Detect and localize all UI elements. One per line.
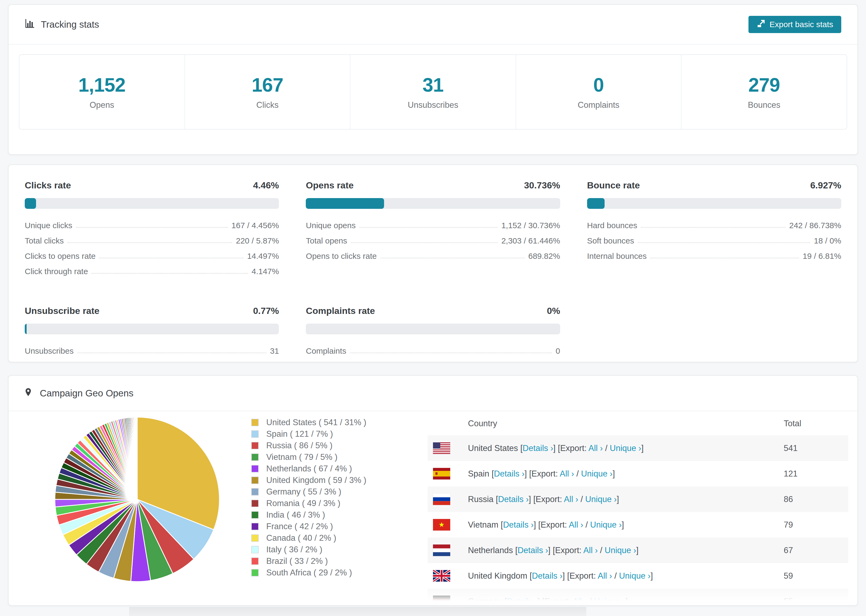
stat-label: Unsubscribes [408,100,458,110]
export-label: Export: [560,443,587,453]
legend-color-swatch [251,534,259,542]
rate-detail-row: Internal bounces 19 / 6.81% [587,245,841,261]
geo-table-row: United Kingdom [Details ›] [Export: All … [428,563,848,589]
rate-detail-rows: Hard bounces 242 / 86.738% Soft bounces … [587,215,841,261]
export-unique-link[interactable]: Unique › [610,443,641,453]
detail-label: Internal bounces [587,251,647,261]
country-cell: Germany [Details ›] [Export: All › / Uni… [468,597,784,606]
rate-progress-fill [587,198,605,209]
country-name: Germany [468,597,502,606]
country-flag-icon [433,442,468,454]
geo-opens-table: Country Total United States [Details ›] … [428,412,848,606]
rate-detail-rows: Unique opens 1,152 / 30.736% Total opens… [306,215,560,261]
legend-item: Romania ( 49 / 3% ) [251,498,366,509]
export-all-link[interactable]: All › [598,571,612,580]
geo-table-row: Russia [Details ›] [Export: All › / Uniq… [428,486,848,512]
export-unique-link[interactable]: Unique › [594,597,625,606]
details-link[interactable]: Details › [523,443,553,453]
rate-title: Complaints rate [306,306,375,316]
dotted-leader [381,258,524,258]
export-all-link[interactable]: All › [573,597,587,606]
country-cell: Russia [Details ›] [Export: All › / Uniq… [468,495,784,504]
rate-block: Bounce rate 6.927% Hard bounces 242 / 86… [587,180,841,276]
details-link[interactable]: Details › [532,571,563,580]
export-unique-link[interactable]: Unique › [590,520,622,530]
horizontal-scrollbar-thumb[interactable] [129,607,586,616]
rate-progress-bar [25,198,279,209]
legend-label: Romania ( 49 / 3% ) [266,498,340,508]
export-all-link[interactable]: All › [564,495,578,504]
geo-opens-title: Campaign Geo Opens [40,388,134,399]
bar-chart-icon [25,19,35,30]
export-unique-link[interactable]: Unique › [585,495,617,504]
summary-stat: 279 Bounces [682,55,847,129]
detail-label: Opens to clicks rate [306,251,376,261]
details-link[interactable]: Details › [503,520,534,530]
legend-item: United Kingdom ( 59 / 3% ) [251,475,366,486]
rate-progress-bar [25,324,279,334]
rate-progress-fill [25,324,27,334]
rate-block: Complaints rate 0% Complaints 0 [306,306,560,355]
legend-color-swatch [251,488,259,496]
column-header-total: Total [784,419,848,428]
rate-value: 30.736% [524,180,560,190]
country-flag-icon [433,519,468,531]
legend-label: Netherlands ( 67 / 4% ) [266,464,352,473]
export-unique-link[interactable]: Unique › [581,469,612,478]
export-button-label: Export basic stats [770,20,833,29]
rate-block: Unsubscribe rate 0.77% Unsubscribes 31 [25,306,279,355]
country-name: Russia [468,495,493,504]
legend-color-swatch [251,476,259,484]
legend-label: Italy ( 36 / 2% ) [266,545,322,555]
detail-value: 167 / 4.456% [231,221,279,230]
export-all-link[interactable]: All › [569,520,583,530]
legend-label: France ( 42 / 2% ) [266,522,333,531]
country-flag-icon [433,468,468,479]
geo-table-row: United States [Details ›] [Export: All ›… [428,435,848,461]
geo-opens-pie-chart [54,416,220,583]
export-all-link[interactable]: All › [589,443,603,453]
rate-title: Bounce rate [587,180,640,190]
details-link[interactable]: Details › [498,495,529,504]
dotted-leader [638,242,810,243]
geo-opens-header: Campaign Geo Opens [9,376,857,411]
dotted-leader [92,273,248,273]
legend-color-swatch [251,442,259,449]
legend-color-swatch [251,523,259,530]
legend-item: Canada ( 40 / 2% ) [251,532,366,544]
total-cell: 541 [784,443,848,453]
legend-item: Brazil ( 33 / 2% ) [251,555,366,567]
details-link[interactable]: Details › [494,469,525,478]
rate-detail-row: Opens to clicks rate 689.82% [306,245,560,261]
details-link[interactable]: Details › [518,545,548,555]
rate-title: Unsubscribe rate [25,306,99,316]
rate-progress-fill [306,198,384,209]
stat-label: Bounces [748,100,781,110]
rates-card: Clicks rate 4.46% Unique clicks 167 / 4.… [8,165,858,362]
export-all-link[interactable]: All › [560,469,574,478]
legend-item: South Africa ( 29 / 2% ) [251,567,366,578]
legend-label: Brazil ( 33 / 2% ) [266,556,328,566]
rate-detail-row: Total clicks 220 / 5.87% [25,230,279,245]
rate-progress-fill [25,198,36,209]
export-label: Export: [540,520,567,530]
rate-detail-row: Complaints 0 [306,340,560,355]
geo-table-header-row: Country Total [428,412,848,435]
geo-table-row: Spain [Details ›] [Export: All › / Uniqu… [428,461,848,486]
total-cell: 86 [784,495,848,504]
export-basic-stats-button[interactable]: Export basic stats [748,16,841,33]
country-cell: United Kingdom [Details ›] [Export: All … [468,571,784,581]
legend-label: Canada ( 40 / 2% ) [266,533,336,543]
country-cell: United States [Details ›] [Export: All ›… [468,443,784,453]
detail-label: Complaints [306,346,346,355]
export-unique-link[interactable]: Unique › [605,545,636,555]
rate-detail-row: Hard bounces 242 / 86.738% [587,215,841,230]
summary-stat: 31 Unsubscribes [350,55,516,129]
rate-progress-bar [306,324,560,334]
details-link[interactable]: Details › [507,597,538,606]
export-unique-link[interactable]: Unique › [619,571,650,580]
geo-table-row: Germany [Details ›] [Export: All › / Uni… [428,589,848,606]
export-all-link[interactable]: All › [583,545,598,555]
country-cell: Spain [Details ›] [Export: All › / Uniqu… [468,469,784,479]
legend-item: France ( 42 / 2% ) [251,520,366,532]
